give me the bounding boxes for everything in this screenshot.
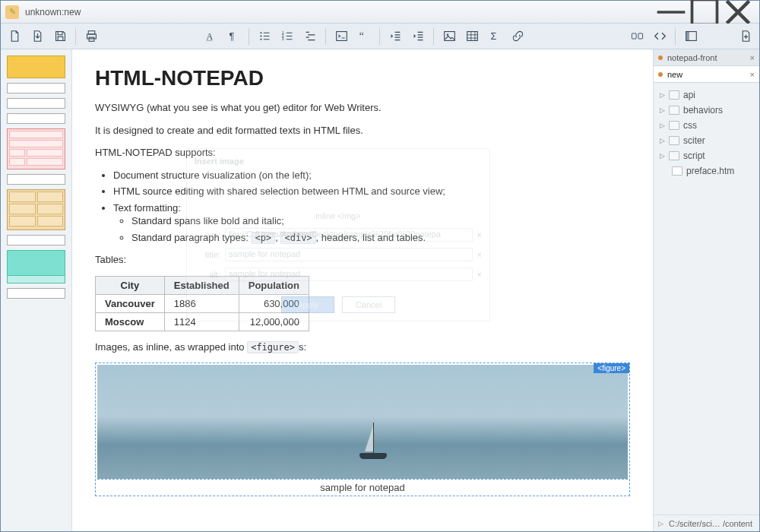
tree-folder-api[interactable]: ▷api: [657, 87, 756, 103]
save-icon: [54, 30, 67, 43]
toolbar: A ¶ 123 “ Σ: [1, 24, 759, 49]
outdent-button[interactable]: [385, 27, 406, 46]
paragraph-button[interactable]: ¶: [223, 27, 244, 46]
table-cell[interactable]: Vancouver: [96, 294, 165, 312]
table-header-row[interactable]: City Established Population: [96, 276, 309, 294]
struct-list[interactable]: [7, 128, 65, 169]
list-item[interactable]: Document structure visualization (on the…: [113, 169, 630, 182]
table-cell[interactable]: 12,000,000: [239, 312, 309, 331]
tree-label: api: [683, 90, 695, 100]
tree-file-preface[interactable]: preface.htm: [657, 163, 756, 179]
tab-label: new: [667, 70, 682, 79]
editor-area[interactable]: HTML-NOTEPAD WYSIWYG (what you see is wh…: [72, 49, 653, 531]
list-item[interactable]: Text formatting: Standard spans like bol…: [113, 201, 630, 245]
table-cell[interactable]: Moscow: [96, 312, 165, 331]
font-button[interactable]: A: [200, 27, 221, 46]
table-cell[interactable]: 630,000: [239, 294, 309, 312]
svg-rect-4: [87, 34, 96, 39]
tab-new[interactable]: new ×: [654, 66, 759, 83]
window-title: unknown:new: [25, 7, 654, 17]
doc-list[interactable]: Document structure visualization (on the…: [113, 169, 630, 245]
image-icon: [443, 30, 456, 43]
add-file-button[interactable]: [735, 27, 756, 46]
link-icon: [511, 30, 524, 43]
minimize-button[interactable]: [654, 2, 688, 23]
new-button[interactable]: [4, 27, 25, 46]
file-tree[interactable]: ▷api ▷behaviors ▷css ▷sciter ▷script pre…: [654, 83, 759, 183]
doc-paragraph[interactable]: It is designed to create and edit format…: [95, 124, 630, 138]
sidebar-toggle-button[interactable]: [680, 27, 701, 46]
indent-button[interactable]: [407, 27, 429, 46]
tab-notepad-front[interactable]: notepad-front ×: [654, 49, 759, 66]
code: <div>: [280, 232, 315, 244]
table-header[interactable]: City: [96, 276, 165, 294]
dl-button[interactable]: [299, 27, 321, 46]
doc-paragraph[interactable]: Images, as inline, as wrapped into <figu…: [95, 340, 630, 354]
tree-folder-sciter[interactable]: ▷sciter: [657, 133, 756, 148]
tree-folder-behaviors[interactable]: ▷behaviors: [657, 103, 756, 118]
tree-folder-css[interactable]: ▷css: [657, 118, 756, 133]
struct-p[interactable]: [7, 235, 65, 245]
list-item[interactable]: Standard spans like bold and italic;: [131, 214, 630, 228]
list-item[interactable]: Standard paragraph types: <p>, <div>, he…: [131, 231, 630, 245]
doc-paragraph[interactable]: HTML-NOTEPAD supports:: [95, 146, 630, 160]
code-icon: [654, 30, 667, 43]
status-bar: ▷ C:/sciter/sci… /content: [654, 515, 759, 531]
open-button[interactable]: [27, 27, 48, 46]
struct-p[interactable]: [7, 288, 65, 299]
source-button[interactable]: [649, 27, 670, 46]
save-button[interactable]: [49, 27, 71, 46]
table-cell[interactable]: 1124: [164, 312, 239, 331]
doc-paragraph[interactable]: WYSIWYG (what you see is what you get) e…: [95, 101, 630, 115]
maximize-button[interactable]: [688, 2, 721, 23]
link-button[interactable]: [507, 27, 528, 46]
struct-table[interactable]: [7, 189, 65, 230]
ol-button[interactable]: 123: [277, 27, 298, 46]
tab-close-icon[interactable]: ×: [750, 53, 755, 62]
table-cell[interactable]: 1886: [164, 294, 239, 312]
preview-button[interactable]: [626, 27, 648, 46]
quote-button[interactable]: “: [353, 27, 375, 46]
table-header[interactable]: Population: [239, 276, 309, 294]
doc-figure[interactable]: <figure> sample for notepad: [95, 363, 630, 496]
formula-button[interactable]: Σ: [484, 27, 505, 46]
tab-close-icon[interactable]: ×: [750, 70, 755, 79]
app-window: ✎ unknown:new A ¶ 123 “ Σ: [0, 0, 760, 532]
table-row[interactable]: Moscow 1124 12,000,000: [96, 312, 309, 331]
separator: [325, 28, 326, 45]
struct-p[interactable]: [7, 113, 65, 124]
table-button[interactable]: [461, 27, 483, 46]
table-row[interactable]: Vancouver 1886 630,000: [96, 294, 309, 312]
struct-p[interactable]: [7, 83, 65, 93]
table-header[interactable]: Established: [164, 276, 239, 294]
tree-label: sciter: [683, 135, 705, 146]
svg-text:¶: ¶: [229, 30, 234, 42]
pilcrow-icon: ¶: [227, 30, 240, 43]
doc-heading[interactable]: HTML-NOTEPAD: [95, 66, 630, 90]
structure-panel[interactable]: [1, 49, 72, 531]
svg-rect-3: [88, 31, 95, 34]
list-item[interactable]: HTML source editing with shared selectio…: [113, 185, 630, 198]
close-button[interactable]: [721, 2, 755, 23]
text: , headers, list and tables.: [316, 232, 426, 243]
doc-paragraph[interactable]: Tables:: [95, 253, 630, 267]
struct-figure[interactable]: [7, 250, 65, 283]
svg-rect-1: [58, 32, 62, 35]
figure-image[interactable]: [97, 365, 628, 479]
tree-folder-script[interactable]: ▷script: [657, 148, 756, 163]
print-button[interactable]: [81, 27, 102, 46]
struct-p[interactable]: [7, 174, 65, 185]
struct-p[interactable]: [7, 98, 65, 109]
code: <figure>: [247, 341, 299, 353]
svg-text:A: A: [206, 31, 213, 42]
doc-sublist[interactable]: Standard spans like bold and italic; Sta…: [131, 214, 630, 244]
list-dl-icon: [304, 30, 317, 43]
svg-rect-2: [58, 36, 63, 40]
image-button[interactable]: [439, 27, 460, 46]
doc-table[interactable]: City Established Population Vancouver 18…: [95, 276, 309, 331]
figure-caption[interactable]: sample for notepad: [97, 479, 628, 494]
struct-h1[interactable]: [7, 55, 65, 78]
pre-button[interactable]: [331, 27, 352, 46]
ul-button[interactable]: [254, 27, 275, 46]
outdent-icon: [389, 30, 402, 43]
